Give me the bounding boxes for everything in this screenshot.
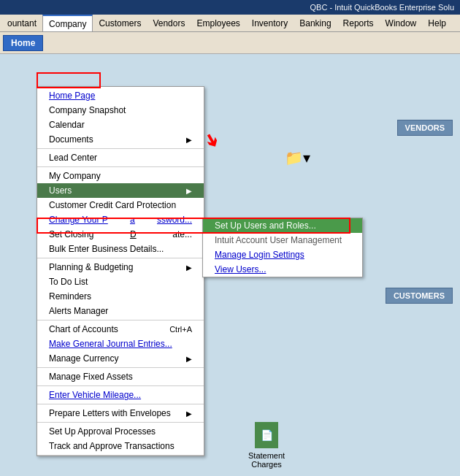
menu-window[interactable]: Window [380,15,423,31]
vendors-button[interactable]: VENDORS [397,120,453,136]
menu-reminders[interactable]: Reminders [37,289,204,304]
menu-company[interactable]: Company [42,15,93,31]
menu-employees[interactable]: Employees [191,15,245,31]
toolbar: Home [0,32,460,54]
menu-vehicle-mileage[interactable]: Enter Vehicle Mileage... [37,388,204,402]
title-text: QBC - Intuit QuickBooks Enterprise Solu [310,3,454,12]
menu-calendar[interactable]: Calendar [37,118,204,132]
submenu-login-settings[interactable]: Manage Login Settings [203,247,362,262]
menu-vendors[interactable]: Vendors [147,15,191,31]
menu-fixed-assets[interactable]: Manage Fixed Assets [37,369,204,384]
menu-section-9: Set Up Approval Processes Track and Appr… [37,423,204,456]
menu-section-4: Planning & Budgeting ▶ To Do List Remind… [37,258,204,320]
menu-todo[interactable]: To Do List [37,275,204,289]
title-bar: QBC - Intuit QuickBooks Enterprise Solu [0,0,460,15]
menu-section-8: Prepare Letters with Envelopes ▶ [37,404,204,423]
menu-manage-currency[interactable]: Manage Currency ▶ [37,351,204,366]
menu-set-closing-date[interactable]: Set Closing Date... [37,227,204,242]
submenu-view-users[interactable]: View Users... [203,262,362,277]
submenu-arrow-docs: ▶ [186,136,192,144]
submenu-arrow-currency: ▶ [186,355,192,363]
submenu-arrow-users: ▶ [186,187,192,195]
menu-prepare-letters[interactable]: Prepare Letters with Envelopes ▶ [37,406,204,421]
menu-setup-approval[interactable]: Set Up Approval Processes [37,424,204,439]
shortcut-chart-accounts: Ctrl+A [169,325,192,334]
submenu-intuit-account[interactable]: Intuit Account User Management [203,233,362,247]
menu-lead-center[interactable]: Lead Center [37,150,204,165]
menu-company-snapshot[interactable]: Company Snapshot [37,103,204,118]
submenu-arrow-letters: ▶ [186,410,192,418]
home-button[interactable]: Home [3,35,43,51]
statement-label: Statement [248,451,285,460]
menu-planning[interactable]: Planning & Budgeting ▶ [37,260,204,275]
users-submenu: Set Up Users and Roles... Intuit Account… [202,218,363,277]
menu-users[interactable]: Users ▶ [37,183,204,198]
menu-bulk-enter[interactable]: Bulk Enter Business Details... [37,242,204,256]
menu-help[interactable]: Help [422,15,452,31]
menu-section-6: Manage Fixed Assets [37,368,204,386]
menu-change-password[interactable]: Change Your Password... [37,212,204,227]
menu-banking[interactable]: Banking [294,15,337,31]
menu-chart-accounts[interactable]: Chart of Accounts Ctrl+A [37,322,204,337]
menu-bar: ountant Company Customers Vendors Employ… [0,15,460,32]
statement-area: 📄 Statement Charges [248,422,285,469]
submenu-arrow-planning: ▶ [186,264,192,272]
statement-sublabel: Charges [248,460,285,469]
menu-homepage[interactable]: Home Page [37,88,204,103]
menu-inventory[interactable]: Inventory [246,15,294,31]
menu-documents[interactable]: Documents ▶ [37,132,204,147]
main-area: VENDORS CUSTOMERS 📁▾ 📄 Statement Charges… [0,54,460,476]
menu-my-company[interactable]: My Company [37,169,204,183]
menu-customers[interactable]: Customers [93,15,147,31]
menu-credit-card-protection[interactable]: Customer Credit Card Protection [37,198,204,212]
customers-button[interactable]: CUSTOMERS [386,288,453,304]
menu-section-5: Chart of Accounts Ctrl+A Make General Jo… [37,320,204,368]
menu-journal-entries[interactable]: Make General Journal Entries... [37,337,204,351]
menu-track-approve[interactable]: Track and Approve Transactions [37,439,204,453]
statement-icon: 📄 [255,422,278,448]
folder-icon: 📁▾ [285,149,310,166]
menu-alerts[interactable]: Alerts Manager [37,304,204,318]
menu-accountant[interactable]: ountant [1,15,42,31]
company-dropdown: Home Page Company Snapshot Calendar Docu… [37,86,204,456]
menu-section-3: My Company Users ▶ Customer Credit Card … [37,167,204,258]
menu-section-1: Home Page Company Snapshot Calendar Docu… [37,87,204,149]
submenu-setup-users[interactable]: Set Up Users and Roles... [203,218,362,233]
menu-section-2: Lead Center [37,149,204,167]
menu-reports[interactable]: Reports [337,15,380,31]
menu-section-7: Enter Vehicle Mileage... [37,386,204,404]
